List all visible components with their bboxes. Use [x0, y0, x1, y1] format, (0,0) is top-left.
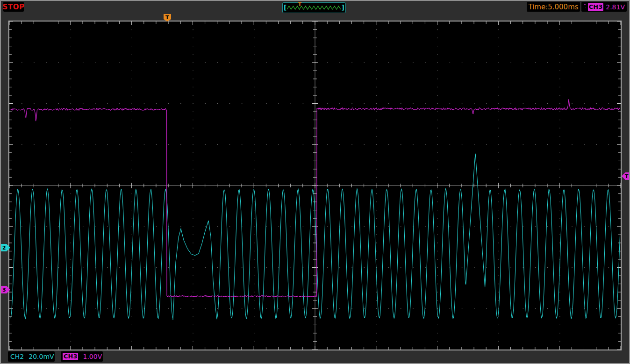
ch3-label-badge: CH3 — [63, 353, 78, 360]
trigger-position-marker[interactable]: T — [164, 14, 171, 21]
ch3-scale-readout: CH3 1.00V — [61, 351, 103, 362]
svg-text:2: 2 — [2, 245, 6, 251]
trigger-readout: CH3 2.81V — [581, 2, 627, 12]
ch2-scale-value: 20.0mV — [29, 353, 54, 360]
svg-text:T: T — [165, 14, 169, 21]
waveform-display: TT23 — [0, 0, 630, 364]
oscilloscope-screen: TT23 STOP [ T ] Time:5.000ms CH3 2.81V C… — [0, 0, 630, 364]
preview-trigger-position-marker: T — [298, 2, 301, 7]
trigger-source-badge: CH3 — [588, 3, 603, 11]
timebase-readout: Time:5.000ms — [527, 2, 580, 12]
ch2-scale-readout: CH2 20.0mV — [8, 351, 55, 362]
record-preview-box: [ T ] — [282, 2, 346, 13]
timebase-value: Time:5.000ms — [528, 3, 578, 11]
preview-wave-path — [287, 6, 341, 9]
acquisition-status-text: STOP — [3, 3, 25, 11]
acquisition-status-badge: STOP — [3, 2, 24, 12]
trigger-level-marker[interactable]: T — [622, 172, 630, 180]
ch3-scale-value: 1.00V — [83, 353, 102, 360]
trigger-level-value: 2.81V — [606, 3, 625, 11]
preview-waveform-icon — [286, 3, 341, 12]
preview-right-bracket-icon: ] — [342, 3, 344, 12]
ch2-label: CH2 — [10, 353, 24, 360]
svg-text:T: T — [625, 173, 629, 179]
falling-edge-trigger-icon — [583, 3, 586, 11]
svg-text:3: 3 — [2, 287, 6, 293]
